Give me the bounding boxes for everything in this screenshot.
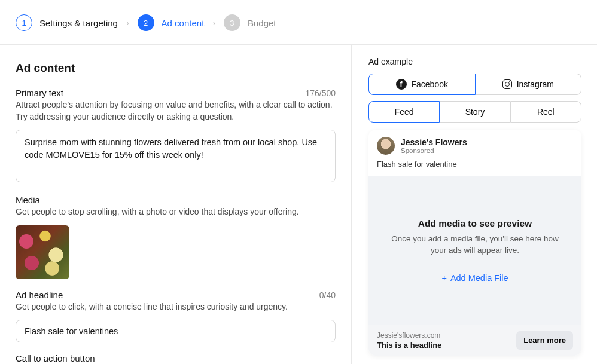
post-page-name: Jessie's Flowers bbox=[401, 137, 467, 147]
media-placeholder: Add media to see preview Once you add a … bbox=[368, 176, 581, 325]
add-media-label: Add Media File bbox=[450, 273, 508, 283]
placeholder-body: Once you add a media file, you'll see he… bbox=[383, 234, 567, 256]
post-header: Jessie's Flowers Sponsored bbox=[368, 130, 581, 158]
primary-text-input[interactable] bbox=[16, 130, 336, 182]
format-tabs: Feed Story Reel bbox=[368, 101, 581, 123]
post-footer-headline: This is a headline bbox=[377, 341, 441, 350]
step-1-label[interactable]: Settings & targeting bbox=[39, 18, 118, 28]
tab-story[interactable]: Story bbox=[440, 101, 510, 123]
left-column: Ad content Primary text 176/500 Attract … bbox=[0, 45, 352, 364]
chevron-right-icon: › bbox=[126, 18, 129, 27]
primary-text-label: Primary text bbox=[16, 88, 63, 98]
headline-help: Get people to click, with a concise line… bbox=[16, 301, 336, 313]
tab-instagram[interactable]: Instagram bbox=[476, 74, 582, 95]
post-footer-domain: Jessie'sflowers.com bbox=[377, 331, 441, 339]
facebook-icon: f bbox=[396, 79, 407, 90]
headline-input[interactable] bbox=[16, 320, 336, 342]
step-3-label: Budget bbox=[248, 18, 276, 28]
media-help: Get people to stop scrolling, with a pho… bbox=[16, 206, 336, 218]
cta-label: Call to action button bbox=[16, 353, 95, 363]
step-2-circle[interactable]: 2 bbox=[138, 14, 154, 31]
tab-facebook[interactable]: f Facebook bbox=[368, 74, 476, 95]
preview-label: Ad example bbox=[368, 57, 581, 66]
preview-cta-button[interactable]: Learn more bbox=[516, 331, 573, 350]
chevron-right-icon: › bbox=[212, 18, 215, 27]
primary-text-counter: 176/500 bbox=[305, 88, 336, 98]
preview-card: Jessie's Flowers Sponsored Flash sale fo… bbox=[368, 130, 581, 356]
step-1-circle[interactable]: 1 bbox=[16, 14, 32, 31]
right-column: Ad example f Facebook Instagram Feed Sto… bbox=[352, 45, 597, 364]
platform-tabs: f Facebook Instagram bbox=[368, 74, 581, 95]
add-media-link[interactable]: + Add Media File bbox=[441, 273, 508, 283]
tab-feed[interactable]: Feed bbox=[368, 101, 440, 123]
post-footer: Jessie'sflowers.com This is a headline L… bbox=[368, 325, 581, 356]
primary-text-help: Attract people's attention by focusing o… bbox=[16, 99, 336, 123]
flower-image bbox=[16, 225, 69, 279]
media-label: Media bbox=[16, 195, 40, 205]
instagram-icon bbox=[502, 79, 512, 89]
step-3-circle: 3 bbox=[224, 14, 240, 31]
tab-instagram-label: Instagram bbox=[517, 79, 554, 89]
tab-reel[interactable]: Reel bbox=[510, 101, 581, 123]
step-2-label[interactable]: Ad content bbox=[162, 18, 205, 28]
post-sponsored: Sponsored bbox=[401, 147, 467, 154]
stepper: 1 Settings & targeting › 2 Ad content › … bbox=[0, 0, 597, 45]
plus-icon: + bbox=[441, 273, 446, 283]
page-title: Ad content bbox=[16, 62, 336, 75]
avatar bbox=[377, 137, 395, 155]
placeholder-title: Add media to see preview bbox=[418, 218, 532, 229]
headline-label: Ad headline bbox=[16, 290, 63, 300]
media-thumbnail[interactable] bbox=[16, 225, 69, 279]
headline-counter: 0/40 bbox=[319, 290, 336, 300]
tab-facebook-label: Facebook bbox=[412, 79, 448, 89]
post-body-text: Flash sale for valentine bbox=[368, 158, 581, 176]
